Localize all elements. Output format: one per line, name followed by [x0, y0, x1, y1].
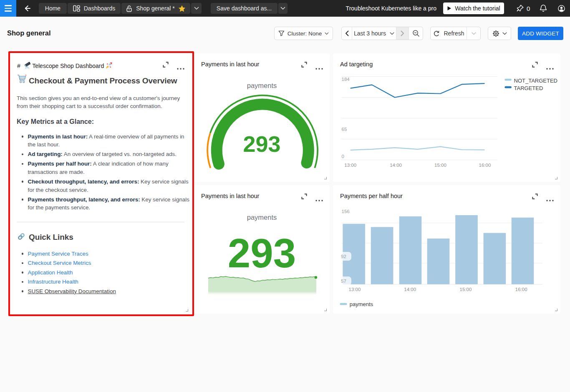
svg-text:14:00: 14:00 [404, 287, 416, 292]
svg-text:57: 57 [341, 279, 346, 284]
svg-text:NOT_TARGETED: NOT_TARGETED [514, 78, 558, 84]
svg-text:13:00: 13:00 [349, 287, 361, 292]
svg-text:13:00: 13:00 [344, 163, 356, 168]
svg-text:156: 156 [342, 209, 350, 214]
svg-text:15:00: 15:00 [434, 163, 446, 168]
svg-text:16:00: 16:00 [515, 287, 527, 292]
svg-text:184: 184 [342, 77, 350, 82]
svg-text:16:00: 16:00 [479, 163, 491, 168]
svg-text:92: 92 [341, 254, 346, 259]
svg-text:15:00: 15:00 [460, 287, 472, 292]
svg-text:0: 0 [342, 154, 344, 159]
svg-text:14:00: 14:00 [390, 163, 402, 168]
svg-text:65: 65 [342, 127, 347, 132]
svg-text:payments: payments [350, 301, 373, 307]
svg-text:TARGETED: TARGETED [514, 85, 543, 91]
